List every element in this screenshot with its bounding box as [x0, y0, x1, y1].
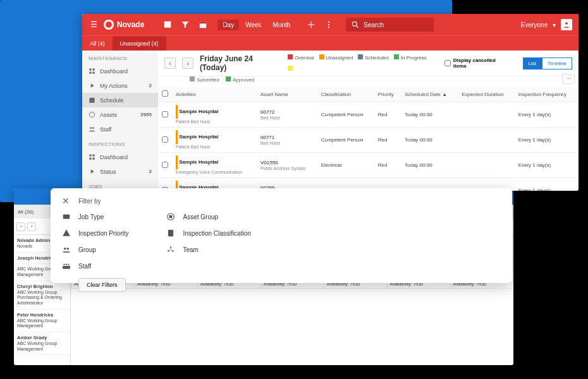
filter-option-team[interactable]: Team — [166, 245, 250, 254]
close-icon[interactable]: ✕ — [62, 196, 70, 206]
svg-point-15 — [67, 248, 70, 250]
svg-point-16 — [63, 264, 64, 265]
sidebar-item-my-actions[interactable]: My Actions2 — [82, 78, 158, 93]
sidebar-item-staff[interactable]: Staff — [82, 122, 158, 136]
filter-option-icon — [62, 262, 71, 270]
column-header[interactable]: Priority — [374, 87, 401, 102]
clear-filters-button[interactable]: Clear Filters — [78, 278, 126, 292]
column-header[interactable]: Expected Duration — [458, 87, 515, 102]
svg-rect-22 — [168, 230, 173, 237]
filter-option-asset-group[interactable]: Asset Group — [166, 212, 250, 221]
hamburger-icon[interactable]: ☰ — [89, 20, 99, 29]
sidebar-item-schedule[interactable]: Schedule — [82, 93, 158, 107]
filter-option-label: Inspection Priority — [78, 230, 128, 237]
table-row[interactable]: Sample HospitalPatient Bed Hoist00771Bed… — [158, 128, 579, 153]
sidebar-badge: 2 — [149, 169, 152, 174]
brand-logo[interactable]: Novade — [104, 20, 144, 30]
avatar[interactable] — [561, 19, 572, 30]
calendar-person[interactable]: Amber GradyABC Working Group Management — [14, 332, 70, 355]
view-list[interactable]: List — [523, 57, 542, 69]
search-placeholder: Search — [364, 21, 384, 28]
sidebar-item-label: Dashboard — [100, 68, 128, 75]
filter-option-group[interactable]: Group — [62, 245, 128, 254]
user-scope[interactable]: Everyone ▾ — [521, 19, 572, 30]
calendar-next[interactable]: › — [27, 222, 36, 231]
user-scope-label: Everyone — [521, 21, 548, 28]
row-checkbox[interactable] — [162, 111, 168, 117]
column-header[interactable]: Asset Name — [257, 87, 317, 102]
sidebar-icon — [89, 111, 95, 118]
svg-point-23 — [170, 246, 171, 248]
sidebar-icon — [89, 153, 95, 160]
svg-point-12 — [92, 127, 94, 129]
calendar-icon[interactable] — [199, 20, 207, 29]
filter-option-icon — [62, 229, 71, 238]
plus-icon[interactable] — [307, 20, 315, 29]
period-day[interactable]: Day — [217, 20, 239, 30]
filter-option-staff[interactable]: Staff — [62, 262, 128, 270]
svg-point-14 — [64, 248, 66, 250]
period-week[interactable]: Week — [240, 20, 266, 30]
search-input[interactable]: Search — [346, 18, 433, 32]
filter-option-icon — [166, 229, 175, 238]
tab-unassigned[interactable]: Unassigned (4) — [113, 36, 166, 51]
date-prev[interactable]: ‹ — [164, 57, 176, 69]
tab-all[interactable]: All (4) — [82, 36, 113, 51]
display-cancelled-toggle[interactable]: Display cancelled items — [444, 57, 510, 69]
calendar-tab-all[interactable]: All (20) — [18, 209, 34, 215]
calendar-person[interactable]: Peter HendricksABC Working Group Managem… — [14, 310, 70, 332]
svg-rect-21 — [169, 215, 173, 219]
table-row[interactable]: Sample HospitalEmergency Voice Communica… — [158, 153, 579, 178]
svg-rect-19 — [63, 266, 70, 269]
sidebar-item-label: Assets — [100, 112, 117, 118]
table-row[interactable]: Sample HospitalPatient Bed Hoist00772Bed… — [158, 102, 579, 128]
filter-option-inspection-priority[interactable]: Inspection Priority — [62, 229, 128, 238]
sidebar-item-label: Status — [100, 169, 116, 175]
status-row: SubmittedApproved⋯ — [158, 76, 579, 87]
legend-item: Submitted — [190, 76, 219, 83]
filter-option-label: Team — [183, 246, 198, 253]
svg-point-4 — [328, 21, 329, 23]
more-horiz-icon[interactable]: ⋯ — [562, 74, 575, 84]
sidebar-item-status[interactable]: Status2 — [82, 164, 158, 179]
row-checkbox[interactable] — [162, 136, 168, 143]
calendar-prev[interactable]: ‹ — [16, 222, 25, 231]
sidebar: MAINTENANCE DashboardMy Actions2Schedule… — [82, 51, 158, 191]
filter-title: Filter by — [78, 198, 101, 205]
svg-rect-1 — [164, 21, 171, 23]
view-switch: List Timeline — [523, 57, 572, 69]
column-header[interactable]: Activities — [172, 87, 257, 102]
datebar: ‹ › Friday June 24 (Today) OverdueUnassi… — [158, 51, 579, 76]
sidebar-icon — [89, 168, 95, 175]
legend-item — [288, 66, 295, 72]
period-month[interactable]: Month — [268, 20, 296, 30]
search-icon — [351, 20, 360, 29]
brand-text: Novade — [117, 20, 144, 29]
svg-point-11 — [90, 127, 92, 129]
view-timeline[interactable]: Timeline — [542, 57, 572, 69]
sidebar-item-assets[interactable]: Assets2955 — [82, 107, 158, 122]
chevron-down-icon: ▾ — [553, 21, 556, 28]
svg-rect-3 — [200, 21, 207, 23]
display-cancelled-checkbox[interactable] — [444, 60, 451, 66]
sidebar-item-dashboard[interactable]: Dashboard — [82, 64, 158, 78]
sidebar-item-dashboard[interactable]: Dashboard — [82, 150, 158, 164]
date-next[interactable]: › — [182, 57, 193, 69]
column-header[interactable]: Scheduled Date ▲ — [401, 87, 458, 102]
column-header[interactable]: Classification — [317, 87, 374, 102]
column-header[interactable]: Inspection Frequency — [515, 87, 579, 102]
box-icon[interactable] — [163, 20, 172, 29]
display-cancelled-label: Display cancelled items — [453, 57, 510, 69]
filter-popup: ✕ Filter by Job TypeInspection PriorityG… — [51, 188, 512, 283]
sidebar-section-inspections: INSPECTIONS — [82, 136, 158, 150]
filter-icon[interactable] — [181, 20, 190, 29]
row-checkbox[interactable] — [162, 162, 168, 168]
svg-point-18 — [68, 264, 69, 265]
logo-icon — [104, 20, 114, 30]
select-all-checkbox[interactable] — [162, 90, 168, 97]
more-vert-icon[interactable] — [324, 20, 333, 29]
filter-option-job-type[interactable]: Job Type — [62, 212, 128, 221]
svg-rect-9 — [89, 98, 94, 103]
legend-item: Scheduled — [358, 54, 389, 61]
filter-option-inspection-classification[interactable]: Inspection Classification — [166, 229, 250, 238]
